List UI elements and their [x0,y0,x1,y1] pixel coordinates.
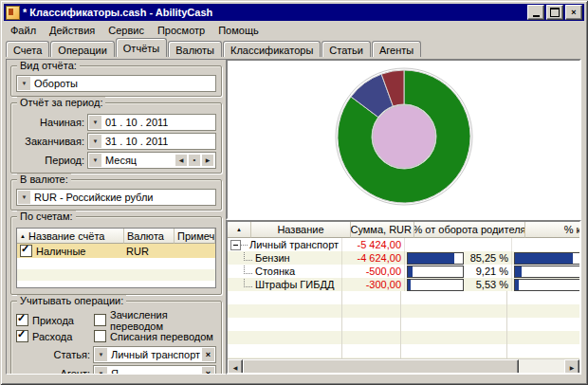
account-checkbox[interactable] [20,245,32,257]
menu-help[interactable]: Помощь [211,23,266,38]
report-type-group: Вид отчёта: ▼ Обороты [10,65,222,97]
accounts-header-currency[interactable]: Валюта [124,229,175,244]
menu-service[interactable]: Сервис [101,23,151,38]
row-parent-pct-cell: 85,25 % [405,251,512,265]
account-row[interactable]: Наличные RUR [17,244,215,258]
header-name[interactable]: Название [251,222,351,238]
accounts-header-note[interactable]: Примечание [175,229,215,244]
horizontal-scrollbar[interactable]: ◀ ▶ [228,358,579,373]
report-type-select[interactable]: ▼ Обороты [16,75,216,92]
bar-fill [408,280,411,290]
table-row[interactable]: Личный транспорт-5 424,00 [228,238,579,251]
tree-collapse-icon[interactable] [230,240,241,250]
transfer-in-checkbox-item[interactable]: Зачисления переводом [94,309,216,332]
clear-agent-icon[interactable]: × [202,367,214,376]
next-period-icon[interactable]: ▶ [202,155,213,166]
maximize-button[interactable] [546,5,563,20]
total-pct-bar [514,266,579,278]
report-settings-panel: Вид отчёта: ▼ Обороты Отчёт за период: Н… [6,59,227,375]
report-table-panel: ▲ Название Сумма, RUR % от оборота родит… [226,220,581,375]
row-name-label: Стоянка [255,266,295,277]
tab-operations[interactable]: Операции [50,41,114,57]
minimize-button[interactable] [527,5,544,20]
currency-group-label: В валюте: [17,174,71,185]
period-end-label: Заканчивая: [16,136,84,147]
category-label: Статья: [16,349,90,360]
parent-pct-value: 5,53 % [464,279,511,290]
tab-currencies[interactable]: Валюты [168,41,222,57]
tab-articles[interactable]: Статьи [322,41,371,57]
expense-checkbox-item[interactable]: Расхода [16,330,94,342]
row-name-cell: Бензин [228,251,342,265]
header-parent-pct[interactable]: % от оборота родителя [414,222,525,238]
scrollbar-track[interactable] [519,359,564,373]
header-total-pct[interactable]: % к общему [525,222,581,238]
chevron-down-icon[interactable]: ▼ [18,77,30,90]
previous-period-icon[interactable]: ◀ [175,155,187,166]
column-separator [341,291,342,358]
period-step-select[interactable]: ▼ Месяц ◀ • ▶ [87,152,216,169]
menu-file[interactable]: Файл [4,23,43,38]
scroll-right-icon[interactable]: ▶ [564,359,579,375]
chevron-down-icon[interactable]: ▼ [95,367,107,376]
agent-select[interactable]: ▼ Я × [93,365,216,376]
bar-fill [515,253,573,264]
tab-accounts[interactable]: Счета [6,41,49,57]
current-period-icon[interactable]: • [189,155,200,166]
scroll-left-icon[interactable]: ◀ [228,359,243,375]
app-icon [6,6,20,20]
row-name-label: Штрафы ГИБДД [255,279,334,290]
chevron-down-icon[interactable]: ▼ [89,135,101,148]
row-total-pct-cell [512,238,579,251]
period-end-input[interactable]: ▼ 31 . 10 . 2011 [87,133,216,150]
accounts-table-header: ▲Название счёта Валюта Примечание [17,229,215,244]
scrollbar-thumb[interactable] [243,359,519,375]
empty-row [17,281,215,287]
tab-classifiers[interactable]: Классификаторы [223,41,321,57]
income-checkbox-item[interactable]: Прихода [16,314,94,326]
report-table-header: ▲ Название Сумма, RUR % от оборота родит… [228,222,579,238]
row-parent-pct-cell [405,238,512,251]
tab-strip: Счета Операции Отчёты Валюты Классификат… [4,39,584,57]
period-start-input[interactable]: ▼ 01 . 10 . 2011 [87,114,216,131]
row-sum-cell: -300,00 [342,278,405,291]
accounts-group-label: По счетам: [17,211,76,222]
row-name-cell: Штрафы ГИБДД [228,278,342,291]
chevron-down-icon[interactable]: ▼ [18,191,30,204]
chevron-down-icon[interactable]: ▼ [89,116,101,129]
period-start-label: Начиная: [16,117,84,128]
agent-label: Агент: [16,368,90,376]
clear-category-icon[interactable]: × [202,348,214,361]
expense-checkbox[interactable] [16,330,28,342]
accounts-header-name[interactable]: ▲Название счёта [17,229,124,244]
tab-agents[interactable]: Агенты [372,41,421,57]
row-total-pct-cell [512,251,579,265]
tab-reports[interactable]: Отчёты [116,38,167,57]
menu-actions[interactable]: Действия [43,23,101,38]
tree-line [241,245,248,246]
table-row[interactable]: Штрафы ГИБДД-300,005,53 % [228,278,579,291]
operations-group: Учитывать операции: Прихода Зачисления п… [10,301,222,375]
sort-header-cell[interactable]: ▲ [228,222,251,238]
menu-view[interactable]: Просмотр [151,23,211,38]
sort-asc-icon: ▲ [236,227,242,232]
tree-line [244,265,252,274]
category-select[interactable]: ▼ Личный транспорт × [93,346,216,363]
table-row[interactable]: Бензин-4 624,0085,25 % [228,251,579,265]
row-parent-pct-cell: 9,21 % [405,265,512,278]
income-checkbox[interactable] [16,314,28,326]
parent-pct-bar [407,252,464,265]
chevron-down-icon[interactable]: ▼ [95,348,107,361]
currency-group: В валюте: ▼ RUR - Российские рубли [10,179,222,211]
chevron-down-icon[interactable]: ▼ [89,154,101,167]
header-sum[interactable]: Сумма, RUR [351,222,414,238]
close-button[interactable]: × [565,5,582,20]
title-bar[interactable]: * Классификаторы.cash - AbilityCash × [4,4,584,21]
transfer-out-checkbox[interactable] [94,330,106,342]
transfer-out-checkbox-item[interactable]: Списания переводом [94,330,213,342]
column-separator [506,291,507,358]
transfer-in-checkbox[interactable] [94,314,106,326]
currency-select[interactable]: ▼ RUR - Российские рубли [16,189,216,206]
table-row[interactable]: Стоянка-500,009,21 % [228,265,579,278]
report-table-rows: Личный транспорт-5 424,00Бензин-4 624,00… [228,238,579,358]
